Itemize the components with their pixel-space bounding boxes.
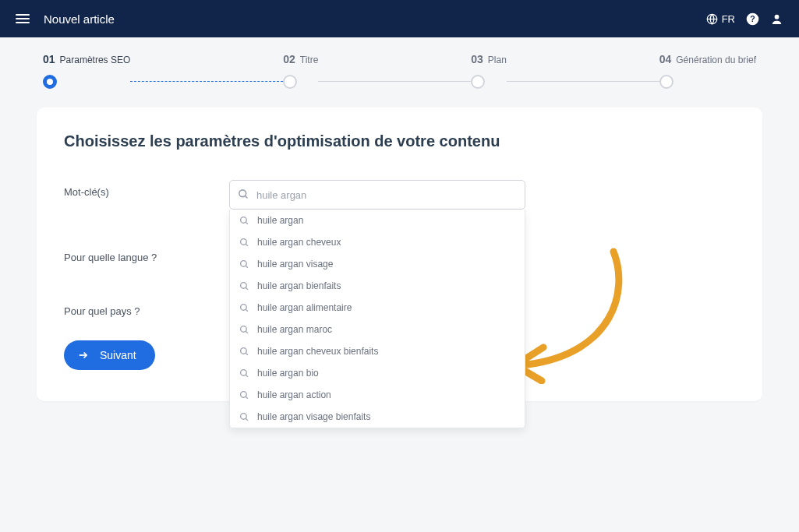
header-right: FR ? [706,12,783,26]
help-icon: ? [746,12,759,26]
svg-line-16 [246,309,248,312]
svg-point-9 [241,238,247,245]
svg-point-21 [241,369,247,375]
keyword-input[interactable] [229,180,525,210]
suggestion-text: huile argan cheveux bienfaits [257,346,378,357]
svg-text:?: ? [750,14,755,23]
svg-point-11 [241,260,247,266]
suggestion-item[interactable]: huile argan maroc [230,319,525,340]
suggestion-item[interactable]: huile argan visage bienfaits [230,406,525,428]
suggestion-text: huile argan visage [257,259,333,270]
step-num: 04 [659,53,672,65]
header-left: Nouvel article [16,12,115,26]
arrow-right-icon [78,350,89,361]
search-icon [239,259,249,270]
help-button[interactable]: ? [746,12,759,26]
country-label: Pour quel pays ? [64,299,229,317]
step-circle [471,75,485,89]
language-switcher[interactable]: FR [706,13,735,25]
step-num: 02 [283,53,295,65]
step-label: Titre [300,55,319,65]
suggestion-text: huile argan cheveux [257,237,341,248]
keyword-input-wrap: huile argan huile argan cheveux huile ar… [229,180,525,210]
search-icon [239,325,249,335]
svg-point-7 [241,217,247,223]
step-connector [318,81,471,82]
step-connector [507,81,659,82]
svg-line-22 [246,375,248,377]
svg-point-5 [239,190,246,197]
search-icon [239,368,249,379]
suggestion-item[interactable]: huile argan bienfaits [230,275,525,297]
suggestion-item[interactable]: huile argan [230,210,525,231]
suggestion-text: huile argan maroc [257,324,332,335]
card-title: Choisissez les paramètres d'optimisation… [64,132,735,150]
page-title: Nouvel article [44,12,115,26]
svg-line-18 [246,331,248,333]
svg-point-25 [241,413,247,419]
keyword-label: Mot-clé(s) [64,180,229,198]
svg-line-8 [246,222,248,224]
svg-line-26 [246,418,248,421]
search-icon [239,412,249,422]
suggestion-text: huile argan alimentaire [257,302,352,313]
next-button-label: Suivant [100,349,136,361]
suggestion-item[interactable]: huile argan alimentaire [230,297,525,319]
keyword-row: Mot-clé(s) huile argan huile argan cheve… [64,180,735,210]
step-label: Plan [488,55,507,65]
svg-line-6 [245,196,247,198]
svg-point-4 [775,14,780,19]
svg-point-23 [241,391,247,397]
suggestion-text: huile argan action [257,389,331,400]
step-label: Génération du brief [676,55,756,65]
step-num: 01 [43,53,55,65]
suggestion-item[interactable]: huile argan action [230,384,525,406]
suggestion-text: huile argan bienfaits [257,280,341,291]
menu-icon[interactable] [16,14,30,23]
globe-icon [706,13,718,25]
suggestion-item[interactable]: huile argan cheveux [230,231,525,253]
suggestion-item[interactable]: huile argan visage [230,253,525,275]
lang-label: FR [722,13,735,25]
svg-line-24 [246,396,248,399]
svg-point-19 [241,347,247,354]
profile-button[interactable] [770,12,783,26]
search-icon [238,188,249,200]
app-header: Nouvel article FR ? [0,0,799,37]
step-circle [659,75,673,89]
svg-point-13 [241,282,247,288]
svg-line-20 [246,353,248,355]
user-icon [770,12,783,26]
search-icon [239,216,249,226]
svg-line-14 [246,287,248,290]
suggestions-dropdown: huile argan huile argan cheveux huile ar… [229,210,525,428]
svg-line-10 [246,244,248,246]
step-num: 03 [471,53,483,65]
search-icon [239,390,249,400]
svg-line-12 [246,266,248,268]
suggestion-text: huile argan bio [257,368,319,379]
stepper: 01 Paramètres SEO 02 Titre 03 Plan 04 [37,53,762,107]
search-icon [239,303,249,313]
suggestion-item[interactable]: huile argan cheveux bienfaits [230,340,525,362]
svg-point-17 [241,326,247,332]
language-label: Pour quelle langue ? [64,245,229,263]
suggestion-item[interactable]: huile argan bio [230,362,525,384]
step-circle [283,75,297,89]
main-content: 01 Paramètres SEO 02 Titre 03 Plan 04 [0,37,799,401]
suggestion-text: huile argan [257,215,303,226]
suggestion-text: huile argan visage bienfaits [257,411,370,422]
search-icon [239,238,249,248]
settings-card: Choisissez les paramètres d'optimisation… [37,107,762,401]
search-icon [239,281,249,291]
step-brief[interactable]: 04 Génération du brief [659,53,756,89]
step-circle-active [43,75,57,89]
search-icon [239,347,249,357]
step-titre[interactable]: 02 Titre [283,53,318,89]
step-connector [130,81,283,82]
step-plan[interactable]: 03 Plan [471,53,507,89]
step-seo[interactable]: 01 Paramètres SEO [43,53,130,89]
next-button[interactable]: Suivant [64,340,155,370]
step-label: Paramètres SEO [60,55,131,65]
svg-point-15 [241,304,247,310]
